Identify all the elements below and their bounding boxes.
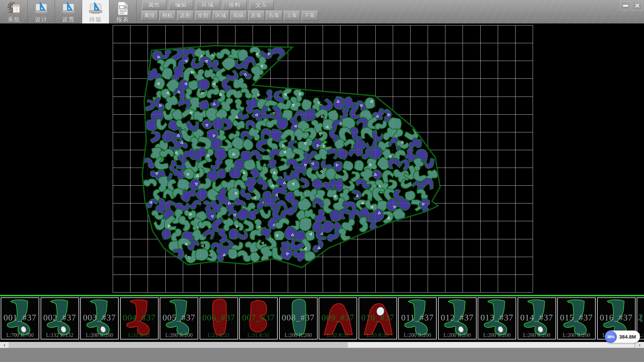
part-thumbnail[interactable]: 005_#37L:200 R:200 — [160, 297, 198, 340]
tool-button-cut-all[interactable]: 全割 — [195, 11, 211, 20]
menu-tab-region[interactable]: 区域 — [196, 1, 220, 10]
main-tab-label: 排版 — [89, 16, 102, 23]
part-id: 016_#37 — [598, 313, 635, 323]
part-thumbnail[interactable]: 004_#37L:31 R:31 — [120, 297, 159, 340]
canvas-area — [0, 23, 644, 295]
part-lr-count: L:31 R:31 — [240, 332, 277, 338]
memory-badge[interactable]: 38% 384.8M — [605, 330, 640, 343]
part-thumbnail[interactable]: 011_#37L:200 R:200 — [398, 297, 437, 340]
layout-ruler-icon — [88, 1, 103, 16]
part-id: 001_#37 — [1, 313, 39, 323]
part-thumbnail[interactable]: 015_#37L:200 R:200 — [557, 297, 596, 340]
tool-button-defect[interactable]: 瑕疵 — [230, 11, 247, 20]
part-id: 009_#37 — [319, 313, 357, 323]
main-tab-label: 报表 — [116, 16, 129, 23]
part-lr-count: L:200 R:200 — [478, 332, 516, 338]
design-ruler-icon — [34, 1, 49, 16]
part-lr-count: L:33 R:33 — [359, 332, 396, 338]
main-tab-label: 设计 — [35, 16, 48, 23]
part-lr-count: L:200 R:200 — [518, 332, 555, 338]
part-lr-count: L:32 R:31 — [319, 332, 357, 338]
menu-tab-properties[interactable]: 属性 — [142, 1, 166, 10]
status-band — [0, 348, 644, 362]
tool-button-snap-left[interactable]: 左靠 — [248, 11, 265, 20]
part-thumbnail[interactable]: 007_#37L:31 R:31 — [239, 297, 278, 340]
tool-button-camera[interactable]: 相机 — [159, 11, 176, 20]
part-lr-count: L:200 R:200 — [558, 332, 595, 338]
tool-button-row: 聚排相机选割全割区域瑕疵左靠右靠上靠下靠 — [142, 11, 318, 20]
toolbar: 系统 设计 设置 排版 报表 属性编辑区域排料交互 聚排相机选割全割区域瑕疵左靠… — [0, 0, 644, 23]
part-id: 003_#37 — [81, 313, 118, 323]
part-id: 006_#37 — [200, 313, 237, 323]
part-lr-count: L:132 R:132 — [41, 332, 78, 338]
chevron-right-icon: › — [639, 342, 641, 348]
part-id: 010_#37 — [359, 313, 396, 323]
part-thumbnail[interactable]: 010_#37L:33 R:33 — [359, 297, 397, 340]
tool-button-snap-top[interactable]: 上靠 — [284, 11, 300, 20]
part-thumbnail[interactable]: 012_#37L:200 R:200 — [438, 297, 477, 340]
menu-tab-nesting[interactable]: 排料 — [223, 1, 247, 10]
memory-percent: 38% — [607, 335, 614, 339]
memory-size: 384.8M — [619, 334, 636, 340]
tool-button-snap-bottom[interactable]: 下靠 — [302, 11, 318, 20]
part-id: 013_#37 — [478, 313, 516, 323]
part-id: 012_#37 — [439, 313, 476, 323]
parts-strip: 001_#37L:700 R:700002_#37L:132 R:132003_… — [0, 295, 644, 342]
main-button-bar: 系统 设计 设置 排版 报表 — [1, 0, 137, 23]
main-tab-label: 设置 — [62, 16, 75, 23]
part-lr-count: L:200 R:200 — [160, 332, 198, 338]
nesting-canvas[interactable] — [0, 23, 644, 295]
minimize-button[interactable] — [620, 1, 631, 10]
part-lr-count: L:200 R:200 — [81, 332, 118, 338]
gear-icon — [6, 1, 22, 16]
part-lr-count: L:21 R:21 — [200, 332, 237, 338]
scroll-right-button[interactable]: › — [635, 342, 644, 348]
tool-button-region[interactable]: 区域 — [213, 11, 229, 20]
part-thumbnail-list: 001_#37L:700 R:700002_#37L:132 R:132003_… — [1, 297, 644, 340]
menu-tab-row: 属性编辑区域排料交互 — [142, 1, 318, 10]
main-tab-report[interactable]: 报表 — [109, 0, 137, 23]
part-thumbnail[interactable]: 002_#37L:132 R:132 — [41, 297, 79, 340]
part-thumbnail[interactable]: 013_#37L:200 R:200 — [478, 297, 516, 340]
settings-ruler-icon — [61, 1, 76, 16]
close-icon: ✕ — [635, 3, 640, 9]
part-lr-count: L:200 R:200 — [439, 332, 476, 338]
part-id: 015_#37 — [558, 313, 595, 323]
part-lr-count: L:200 R:200 — [280, 332, 317, 338]
app-window: 系统 设计 设置 排版 报表 属性编辑区域排料交互 聚排相机选割全割区域瑕疵左靠… — [0, 0, 644, 362]
main-tab-design[interactable]: 设计 — [28, 0, 55, 23]
main-tab-settings[interactable]: 设置 — [55, 0, 82, 23]
part-thumbnail[interactable]: 008_#37L:200 R:200 — [279, 297, 318, 340]
tool-button-cluster-nest[interactable]: 聚排 — [142, 11, 158, 20]
minimize-icon — [623, 5, 628, 7]
horizontal-scrollbar[interactable]: ‹ › — [0, 342, 644, 348]
part-thumbnail[interactable]: 003_#37L:200 R:200 — [80, 297, 119, 340]
part-id: 004_#37 — [121, 313, 158, 323]
menu-tab-edit[interactable]: 编辑 — [169, 1, 193, 10]
part-id: 002_#37 — [41, 313, 78, 323]
part-lr-count: L:31 R:31 — [121, 332, 158, 338]
tool-button-select-cut[interactable]: 选割 — [177, 11, 194, 20]
part-thumbnail[interactable]: 009_#37L:32 R:31 — [319, 297, 357, 340]
main-tab-layout[interactable]: 排版 — [82, 0, 109, 23]
menu-tab-interactive[interactable]: 交互 — [250, 1, 274, 10]
part-thumbnail[interactable]: 006_#37L:21 R:21 — [200, 297, 238, 340]
scroll-left-button[interactable]: ‹ — [0, 342, 9, 348]
part-lr-count: L:700 R:700 — [1, 332, 39, 338]
part-thumbnail[interactable]: 001_#37L:700 R:700 — [1, 297, 39, 340]
scrollbar-thumb[interactable] — [348, 342, 634, 348]
close-button[interactable]: ✕ — [632, 1, 643, 10]
main-tab-system[interactable]: 系统 — [1, 0, 28, 23]
part-id: 007_#37 — [240, 313, 277, 323]
report-icon — [115, 1, 130, 16]
window-controls: ✕ — [620, 1, 643, 10]
main-tab-label: 系统 — [8, 16, 20, 23]
chevron-left-icon: ‹ — [4, 342, 5, 348]
strip-accent-line — [0, 295, 644, 296]
part-thumbnail[interactable]: 014_#37L:200 R:200 — [518, 297, 556, 340]
part-id: 014_#37 — [518, 313, 555, 323]
part-id: 011_#37 — [399, 313, 436, 323]
memory-percent-indicator: 38% — [605, 331, 617, 343]
tool-button-snap-right[interactable]: 右靠 — [266, 11, 282, 20]
part-lr-count: L:200 R:200 — [399, 332, 436, 338]
